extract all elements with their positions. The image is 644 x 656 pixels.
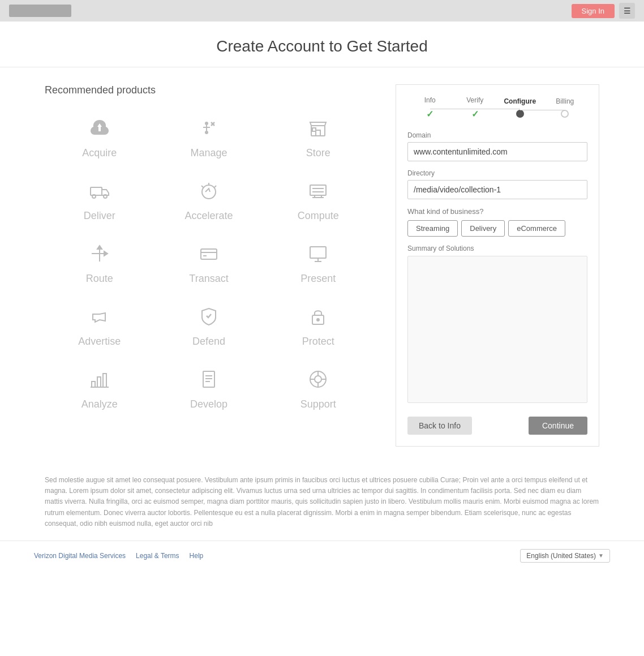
svg-point-0: [205, 122, 208, 125]
wizard-footer: Back to Info Continue: [407, 411, 587, 435]
language-selector[interactable]: English (United States) ▼: [520, 549, 610, 563]
step-label-configure: Configure: [504, 97, 536, 105]
product-item-analyze[interactable]: Analyze: [45, 361, 154, 418]
footer-link-verizon-digital-media-services[interactable]: Verizon Digital Media Services: [34, 552, 126, 560]
svg-point-25: [317, 319, 319, 321]
directory-input[interactable]: [407, 180, 587, 199]
svg-point-35: [315, 376, 321, 383]
product-item-develop[interactable]: Develop: [154, 361, 263, 418]
domain-label: Domain: [407, 131, 587, 139]
step-dot-current: [516, 110, 524, 118]
chevron-down-icon: ▼: [598, 552, 604, 559]
product-item-present[interactable]: Present: [264, 235, 373, 293]
advertise-label: Advertise: [78, 336, 121, 348]
svg-rect-21: [310, 247, 326, 258]
business-btn-delivery[interactable]: Delivery: [461, 220, 505, 237]
directory-label: Directory: [407, 169, 587, 177]
product-item-deliver[interactable]: Deliver: [45, 173, 154, 230]
continue-button[interactable]: Continue: [529, 417, 587, 435]
footer-bar: Verizon Digital Media ServicesLegal & Te…: [0, 541, 644, 571]
step-verify: Verify ✓: [453, 96, 498, 119]
svg-rect-7: [91, 187, 102, 195]
products-title: Recommended products: [45, 84, 373, 96]
deliver-icon: [89, 181, 110, 204]
compute-label: Compute: [298, 210, 339, 222]
step-dot-done: ✓: [425, 109, 435, 119]
step-configure: Configure: [497, 97, 543, 118]
deliver-label: Deliver: [84, 210, 115, 222]
present-label: Present: [300, 273, 336, 285]
present-icon: [308, 243, 328, 267]
step-label-info: Info: [424, 96, 436, 104]
defend-label: Defend: [192, 336, 225, 348]
analyze-label: Analyze: [81, 398, 118, 410]
footer-link-legal-&-terms[interactable]: Legal & Terms: [136, 552, 179, 560]
acquire-icon: [89, 118, 110, 142]
business-btn-ecommerce[interactable]: eCommerce: [508, 220, 565, 237]
language-label: English (United States): [526, 552, 596, 560]
develop-label: Develop: [190, 398, 227, 410]
products-panel: Recommended products Acquire Manage Stor…: [45, 84, 373, 447]
product-item-compute[interactable]: Compute: [264, 173, 373, 230]
product-item-accelerate[interactable]: Accelerate: [154, 173, 263, 230]
develop-icon: [199, 369, 219, 393]
page-title: Create Account to Get Started: [0, 37, 644, 55]
svg-rect-6: [312, 128, 316, 131]
product-item-manage[interactable]: Manage: [154, 110, 263, 167]
product-item-defend[interactable]: Defend: [154, 298, 263, 355]
manage-icon: [199, 118, 219, 142]
product-item-acquire[interactable]: Acquire: [45, 110, 154, 167]
step-dot-done: ✓: [470, 109, 480, 119]
product-item-support[interactable]: Support: [264, 361, 373, 418]
acquire-label: Acquire: [82, 147, 117, 159]
business-btn-streaming[interactable]: Streaming: [407, 220, 458, 237]
step-label-verify: Verify: [466, 96, 483, 104]
svg-rect-26: [92, 381, 95, 387]
svg-rect-11: [310, 185, 326, 195]
footer-links: Verizon Digital Media ServicesLegal & Te…: [34, 552, 203, 560]
products-grid: Acquire Manage Store Deliver Accelerate …: [45, 110, 373, 418]
back-button[interactable]: Back to Info: [407, 417, 472, 435]
summary-label: Summary of Solutions: [407, 245, 587, 252]
defend-icon: [199, 306, 219, 330]
step-billing: Billing: [543, 97, 588, 118]
svg-marker-17: [104, 251, 108, 256]
protect-icon: [308, 306, 328, 330]
footer-link-help[interactable]: Help: [190, 552, 204, 560]
support-icon: [308, 369, 328, 393]
accelerate-label: Accelerate: [184, 210, 233, 222]
compute-icon: [308, 181, 328, 204]
menu-icon[interactable]: ☰: [619, 3, 635, 19]
hamburger-icon: ☰: [624, 6, 631, 15]
step-dot-empty: [561, 110, 569, 118]
product-item-transact[interactable]: Transact: [154, 235, 263, 293]
page-title-area: Create Account to Get Started: [0, 22, 644, 67]
route-icon: [89, 243, 110, 267]
header-logo: [9, 5, 71, 17]
product-item-store[interactable]: Store: [264, 110, 373, 167]
header: Sign In ☰: [0, 0, 644, 22]
product-item-route[interactable]: Route: [45, 235, 154, 293]
svg-rect-28: [103, 374, 106, 387]
store-label: Store: [306, 147, 330, 159]
steps-row: Info ✓ Verify ✓ Configure Billing: [407, 96, 587, 119]
directory-field-group: Directory: [407, 169, 587, 199]
business-question: What kind of business?: [407, 207, 587, 216]
signin-button[interactable]: Sign In: [572, 4, 615, 18]
step-info: Info ✓: [407, 96, 453, 119]
domain-input[interactable]: [407, 142, 587, 161]
transact-icon: [199, 243, 219, 267]
product-item-protect[interactable]: Protect: [264, 298, 373, 355]
svg-point-8: [92, 195, 96, 198]
business-buttons: StreamingDeliveryeCommerce: [407, 220, 587, 237]
main-content: Recommended products Acquire Manage Stor…: [11, 67, 633, 464]
svg-point-9: [104, 195, 107, 198]
transact-label: Transact: [189, 273, 228, 285]
protect-label: Protect: [302, 336, 334, 348]
accelerate-icon: [199, 181, 219, 204]
svg-marker-16: [97, 246, 102, 249]
svg-rect-18: [201, 249, 217, 259]
product-item-advertise[interactable]: Advertise: [45, 298, 154, 355]
manage-label: Manage: [190, 147, 227, 159]
domain-field-group: Domain: [407, 131, 587, 161]
